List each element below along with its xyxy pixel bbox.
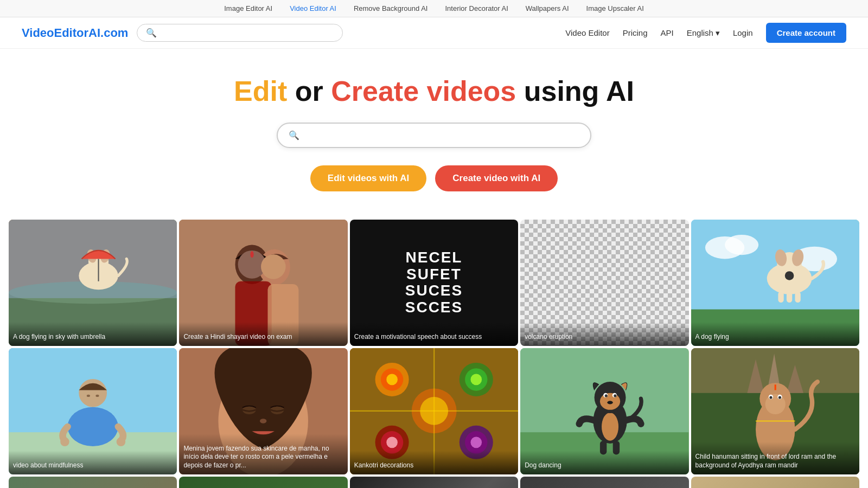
- video-label-kankotri: Kankotri decorations: [350, 451, 518, 474]
- create-video-button[interactable]: Create video with AI: [435, 165, 558, 191]
- video-label-success: Create a motivational speech about succe…: [350, 322, 518, 346]
- svg-point-75: [614, 394, 616, 397]
- video-card-bottom-3[interactable]: [350, 477, 518, 488]
- svg-point-17: [261, 254, 286, 279]
- header-right-nav: Video Editor Pricing API English ▾ Login…: [565, 23, 846, 43]
- hero-search-input[interactable]: [306, 131, 579, 140]
- svg-point-38: [87, 395, 90, 397]
- video-card-bottom-4[interactable]: [520, 477, 688, 488]
- header-search-bar[interactable]: 🔍: [137, 24, 343, 42]
- video-card-bottom-1[interactable]: [9, 477, 177, 488]
- svg-point-90: [769, 396, 772, 399]
- nav-pricing[interactable]: Pricing: [623, 28, 648, 37]
- hero-title-or: or: [295, 75, 331, 107]
- nav-api[interactable]: API: [661, 28, 674, 37]
- video-card-hindi-couple[interactable]: Create a Hindi shayari video on exam: [179, 220, 347, 346]
- svg-rect-28: [778, 291, 783, 303]
- video-label-dog-umbrella: A dog flying in sky with umbrella: [9, 322, 177, 346]
- video-card-skincare[interactable]: Menina jovem fazendo sua skincare de man…: [179, 348, 347, 474]
- svg-point-39: [95, 395, 99, 397]
- svg-point-22: [725, 235, 758, 255]
- video-card-dog-flying[interactable]: A dog flying: [691, 220, 859, 346]
- hero-title-edit: Edit: [234, 75, 287, 107]
- svg-point-87: [765, 394, 785, 414]
- svg-point-55: [470, 374, 482, 385]
- video-label-hindi-couple: Create a Hindi shayari video on exam: [179, 322, 347, 346]
- video-card-kankotri[interactable]: Kankotri decorations: [350, 348, 518, 474]
- svg-point-52: [386, 374, 398, 385]
- language-label: English: [687, 28, 713, 37]
- svg-point-58: [386, 436, 398, 448]
- chevron-down-icon: ▾: [716, 28, 720, 38]
- hero-search-icon: 🔍: [289, 130, 299, 140]
- video-label-dog-flying: A dog flying: [691, 322, 859, 346]
- video-card-mindfulness[interactable]: video about mindfulness: [9, 348, 177, 474]
- hero-search-bar[interactable]: 🔍: [277, 123, 591, 148]
- site-logo[interactable]: VideoEditorAI.com: [22, 26, 128, 40]
- video-card-bottom-2[interactable]: [179, 477, 347, 488]
- topbar-image-editor[interactable]: Image Editor AI: [224, 4, 272, 12]
- top-navigation: Image Editor AI Video Editor AI Remove B…: [0, 0, 868, 17]
- video-card-success-text[interactable]: NECELSUFETSUCESSCCES Create a motivation…: [350, 220, 518, 346]
- nav-video-editor[interactable]: Video Editor: [565, 28, 609, 37]
- svg-point-91: [778, 396, 781, 399]
- svg-point-35: [68, 407, 118, 446]
- video-card-volcano[interactable]: volcano eruption: [520, 220, 688, 346]
- create-account-button[interactable]: Create account: [766, 23, 846, 43]
- video-card-dog-umbrella[interactable]: A dog flying in sky with umbrella: [9, 220, 177, 346]
- topbar-remove-bg[interactable]: Remove Background AI: [354, 4, 428, 12]
- svg-point-69: [602, 413, 618, 441]
- video-grid: A dog flying in sky with umbrella Create…: [0, 209, 868, 488]
- video-label-dog-dancing: Dog dancing: [520, 451, 688, 474]
- language-selector[interactable]: English ▾: [687, 28, 720, 38]
- svg-point-76: [608, 401, 613, 404]
- svg-point-37: [117, 437, 126, 446]
- main-header: VideoEditorAI.com 🔍 Video Editor Pricing…: [0, 17, 868, 49]
- header-search-input[interactable]: [161, 29, 334, 37]
- svg-point-31: [784, 271, 794, 280]
- topbar-wallpapers[interactable]: Wallpapers AI: [526, 4, 569, 12]
- topbar-interior-decorator[interactable]: Interior Decorator AI: [445, 4, 508, 12]
- svg-rect-30: [795, 291, 800, 303]
- login-button[interactable]: Login: [733, 28, 753, 37]
- edit-videos-button[interactable]: Edit videos with AI: [310, 165, 427, 191]
- svg-rect-29: [786, 291, 792, 303]
- svg-point-74: [605, 394, 608, 397]
- header-search-icon: 🔍: [146, 28, 157, 38]
- svg-point-18: [251, 251, 254, 258]
- success-text-visual: NECELSUFETSUCESSCCES: [405, 249, 463, 316]
- hero-section: Edit or Create videos using AI 🔍 Edit vi…: [0, 49, 868, 209]
- hero-title-suffix: using AI: [524, 75, 634, 107]
- hero-title: Edit or Create videos using AI: [11, 75, 857, 107]
- hero-title-create: Create videos: [331, 75, 516, 107]
- topbar-video-editor[interactable]: Video Editor AI: [290, 4, 336, 12]
- topbar-image-upscaler[interactable]: Image Upscaler AI: [586, 4, 644, 12]
- svg-point-61: [470, 436, 482, 448]
- hero-action-buttons: Edit videos with AI Create video with AI: [11, 165, 857, 191]
- video-card-bottom-5[interactable]: [691, 477, 859, 488]
- svg-point-36: [60, 437, 69, 446]
- video-label-hanuman: Child hanuman sitting in front of lord r…: [691, 442, 859, 474]
- video-card-hanuman[interactable]: Child hanuman sitting in front of lord r…: [691, 348, 859, 474]
- video-label-skincare: Menina jovem fazendo sua skincare de man…: [179, 434, 347, 474]
- video-label-mindfulness: video about mindfulness: [9, 451, 177, 474]
- video-card-dog-dancing[interactable]: Dog dancing: [520, 348, 688, 474]
- svg-point-46: [260, 419, 266, 423]
- video-label-volcano: volcano eruption: [520, 322, 688, 346]
